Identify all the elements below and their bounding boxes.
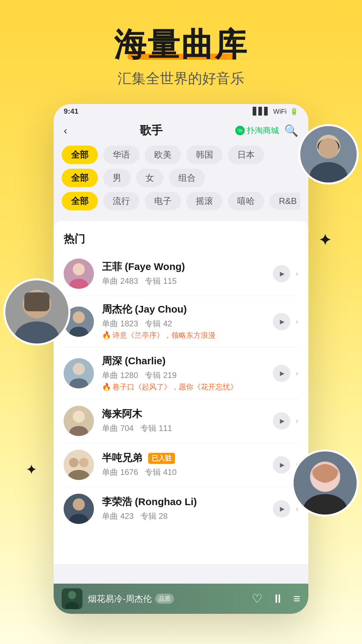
chevron-right-icon: ›	[296, 269, 298, 278]
svg-point-16	[73, 263, 85, 275]
svg-point-19	[73, 311, 85, 323]
artist-name: 周深 (Charlie)	[102, 354, 273, 368]
artist-name: 王菲 (Faye Wong)	[102, 260, 273, 274]
play-button[interactable]	[273, 365, 290, 382]
artist-stats: 单曲 704 专辑 111	[102, 423, 273, 434]
artist-name: 海来阿木	[102, 407, 273, 421]
filter-row-2: 全部 男 女 组合	[62, 169, 300, 187]
filter-chip-rock[interactable]: 摇滚	[186, 192, 223, 210]
avatar	[64, 406, 94, 436]
shop-icon: 🛍	[235, 126, 245, 135]
svg-point-5	[318, 138, 339, 158]
section-title: 热门	[54, 229, 308, 252]
artist-info: 李荣浩 (Ronghao Li) 单曲 423 专辑 28	[102, 495, 273, 523]
play-button[interactable]	[273, 500, 290, 518]
play-button[interactable]	[273, 456, 290, 474]
content-area: 热门 王菲 (Faye Wong) 单曲 2483 专辑 115 ›	[54, 221, 308, 564]
artist-actions: ›	[273, 265, 298, 282]
filter-chip-hiphop[interactable]: 嘻哈	[228, 192, 264, 210]
artist-info: 周深 (Charlie) 单曲 1280 专辑 219 🔥 巷子口《起风了》，愿…	[102, 354, 273, 392]
back-button[interactable]: ‹	[64, 124, 67, 137]
filter-row-1: 全部 华语 欧美 韩国 日本	[62, 146, 300, 164]
play-button[interactable]	[273, 265, 290, 282]
artist-info: 海来阿木 单曲 704 专辑 111	[102, 407, 273, 435]
player-title: 烟花易冷-周杰伦	[88, 593, 152, 605]
fire-icon: 🔥	[102, 331, 111, 340]
star-decoration-1: ✦	[319, 231, 331, 249]
player-quality-badge: 品质	[155, 594, 174, 604]
filter-chip-all-3[interactable]: 全部	[62, 192, 98, 210]
filter-chip-electronic[interactable]: 电子	[145, 192, 181, 210]
play-button[interactable]	[273, 313, 290, 330]
filter-chip-female[interactable]: 女	[136, 169, 164, 187]
artist-name: 半吨兄弟 已入驻	[102, 451, 273, 465]
artist-name: 周杰伦 (Jay Chou)	[102, 303, 273, 316]
pause-button[interactable]: ⏸	[272, 592, 284, 606]
filter-chip-chinese[interactable]: 华语	[103, 146, 139, 164]
artist-item[interactable]: 半吨兄弟 已入驻 单曲 1676 专辑 410 ›	[54, 443, 308, 487]
artist-tag-text: 巷子口《起风了》，愿你《花开忘忧》	[112, 382, 238, 392]
subtitle: 汇集全世界的好音乐	[0, 69, 362, 88]
filter-chip-all-1[interactable]: 全部	[62, 146, 98, 164]
avatar	[64, 494, 94, 524]
player-avatar	[62, 588, 82, 609]
play-button[interactable]	[273, 412, 290, 430]
artist-tag-text: 诗意《兰亭序》，领略东方浪漫	[112, 330, 216, 340]
filter-chip-male[interactable]: 男	[103, 169, 131, 187]
floating-avatar-1	[298, 124, 359, 184]
artist-stats: 单曲 1280 专辑 219	[102, 370, 273, 381]
artist-item[interactable]: 王菲 (Faye Wong) 单曲 2483 专辑 115 ›	[54, 252, 308, 296]
artist-actions: ›	[273, 313, 298, 330]
header-section: 海量曲库 汇集全世界的好音乐	[0, 0, 362, 88]
svg-point-28	[69, 458, 78, 467]
star-decoration-2: ✦	[26, 463, 36, 477]
playlist-button[interactable]: ≡	[293, 592, 300, 606]
nav-right-actions: 🛍 扑淘商城 🔍	[235, 124, 298, 137]
player-controls: ♡ ⏸ ≡	[252, 592, 300, 606]
avatar	[64, 259, 94, 289]
svg-point-25	[73, 411, 85, 423]
joined-badge: 已入驻	[148, 453, 175, 464]
avatar	[64, 358, 94, 388]
chevron-right-icon: ›	[296, 416, 298, 426]
artist-actions: ›	[273, 365, 298, 382]
artist-actions: ›	[273, 500, 298, 518]
artist-item[interactable]: 李荣浩 (Ronghao Li) 单曲 423 专辑 28 ›	[54, 487, 308, 531]
artist-stats: 单曲 1823 专辑 42	[102, 318, 273, 329]
artist-actions: ›	[273, 412, 298, 430]
avatar	[64, 450, 94, 480]
artist-stats: 单曲 2483 专辑 115	[102, 276, 273, 286]
svg-point-22	[73, 363, 85, 375]
main-title: 海量曲库	[114, 27, 248, 62]
status-bar: 9:41 ▋▋▋ WiFi 🔋	[54, 104, 308, 119]
filter-chip-group[interactable]: 组合	[169, 169, 205, 187]
artist-name: 李荣浩 (Ronghao Li)	[102, 495, 273, 509]
shop-button[interactable]: 🛍 扑淘商城	[235, 125, 279, 136]
filter-chip-western[interactable]: 欧美	[145, 146, 181, 164]
filter-row-3: 全部 流行 电子 摇滚 嘻哈 R&B	[62, 192, 300, 210]
like-button[interactable]: ♡	[252, 592, 262, 606]
search-button[interactable]: 🔍	[284, 124, 298, 137]
floating-avatar-3	[292, 449, 359, 517]
player-info: 烟花易冷-周杰伦 品质	[88, 593, 246, 605]
chevron-right-icon: ›	[296, 317, 298, 326]
artist-item[interactable]: 周深 (Charlie) 单曲 1280 专辑 219 🔥 巷子口《起风了》，愿…	[54, 347, 308, 399]
filter-chip-korean[interactable]: 韩国	[186, 146, 223, 164]
artist-info: 王菲 (Faye Wong) 单曲 2483 专辑 115	[102, 260, 273, 288]
artist-tag: 🔥 巷子口《起风了》，愿你《花开忘忧》	[102, 382, 273, 392]
svg-point-35	[68, 591, 76, 599]
bottom-player[interactable]: 烟花易冷-周杰伦 品质 ♡ ⏸ ≡	[54, 584, 308, 614]
svg-rect-10	[24, 292, 49, 311]
svg-point-29	[79, 458, 88, 467]
filter-chip-rnb[interactable]: R&B	[269, 193, 300, 210]
floating-avatar-2	[3, 278, 70, 345]
artist-tag: 🔥 诗意《兰亭序》，领略东方浪漫	[102, 330, 273, 340]
artist-item[interactable]: 周杰伦 (Jay Chou) 单曲 1823 专辑 42 🔥 诗意《兰亭序》，领…	[54, 296, 308, 347]
chevron-right-icon: ›	[296, 504, 298, 514]
artist-item[interactable]: 海来阿木 单曲 704 专辑 111 ›	[54, 399, 308, 443]
filter-chip-all-2[interactable]: 全部	[62, 169, 98, 187]
fire-icon: 🔥	[102, 383, 111, 391]
filter-chip-japanese[interactable]: 日本	[228, 146, 264, 164]
filter-chip-pop[interactable]: 流行	[103, 192, 139, 210]
nav-title: 歌手	[140, 123, 163, 138]
